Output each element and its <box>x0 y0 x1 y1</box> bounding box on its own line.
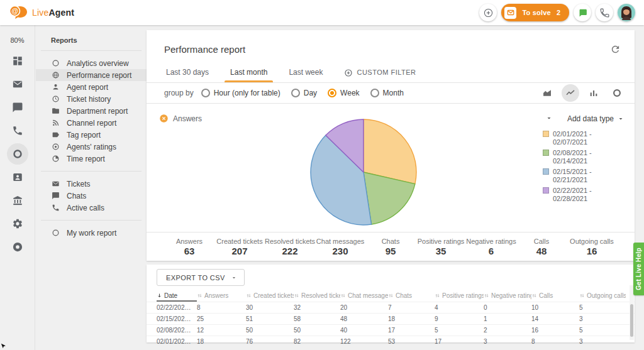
table-cell: 76 <box>246 338 294 345</box>
rail-item-calls[interactable] <box>0 119 35 142</box>
tab-custom-filter[interactable]: CUSTOM FILTER <box>333 63 426 82</box>
tab-last-week[interactable]: Last week <box>278 63 333 82</box>
sidebar-item-channel-report[interactable]: Channel report <box>36 117 147 129</box>
add-data-type-button[interactable]: Add data type <box>567 114 625 123</box>
rail-items <box>0 49 35 258</box>
rail-item-tickets[interactable] <box>0 72 35 96</box>
mouse-cursor <box>1 343 7 349</box>
sidebar-item-label: Time report <box>67 155 105 163</box>
remove-series-icon[interactable] <box>159 114 169 123</box>
sidebar-item-label: Channel report <box>67 119 116 128</box>
sidebar-item-my-work-report[interactable]: My work report <box>36 227 147 239</box>
calls-button[interactable] <box>596 4 613 21</box>
chart-area: Answers Add data type 02/01/2021 - 02/07… <box>147 104 635 234</box>
date-range-tabs: Last 30 daysLast monthLast weekCUSTOM FI… <box>147 63 635 83</box>
table-row: 02/15/2021 - 0...255158481891143 <box>147 313 635 324</box>
rail-item-dashboard[interactable] <box>0 49 35 72</box>
rail-item-settings[interactable] <box>0 212 35 235</box>
radio-hour-only-for-table-[interactable]: Hour (only for table) <box>201 89 280 97</box>
get-live-help-button[interactable]: Get Live Help <box>633 243 644 295</box>
table-cell: 3 <box>579 338 626 345</box>
chart-type-bar-chart-button[interactable] <box>585 84 602 102</box>
area-chart-icon <box>542 88 552 98</box>
rail-item-help[interactable] <box>0 235 35 258</box>
to-solve-button[interactable]: To solve 2 <box>501 4 569 21</box>
avatar[interactable] <box>618 4 635 21</box>
column-header-chat-messages[interactable]: Chat messages <box>340 290 388 302</box>
scrollbar-thumb[interactable] <box>630 304 633 337</box>
sidebar-item-label: Agents' ratings <box>67 143 116 151</box>
radio-button[interactable] <box>201 89 210 97</box>
radio-month[interactable]: Month <box>370 89 404 97</box>
table-cell: 9 <box>435 315 484 322</box>
rail-item-chats[interactable] <box>0 96 35 119</box>
stat-label: Resolved tickets <box>265 238 315 245</box>
arrow-down-icon <box>157 293 162 298</box>
liveagent-logo[interactable]: @ LiveAgent <box>9 5 74 20</box>
radio-button[interactable] <box>328 89 336 97</box>
sidebar-item-analytics-overview[interactable]: Analytics overview <box>36 57 147 69</box>
rail-item-billing[interactable] <box>0 189 35 212</box>
column-header-resolved-tickets[interactable]: Resolved tickets <box>294 290 340 302</box>
radio-day[interactable]: Day <box>291 89 317 97</box>
legend-swatch <box>543 150 549 156</box>
sidebar-item-ticket-history[interactable]: Ticket history <box>36 93 147 105</box>
sidebar-item-active-calls[interactable]: Active calls <box>36 202 147 214</box>
chats-button[interactable] <box>574 4 591 21</box>
sidebar-item-time-report[interactable]: Time report <box>36 153 147 165</box>
table-cell: 5 <box>435 327 484 334</box>
table-cell: 2 <box>484 327 531 334</box>
column-header-outgoing-calls[interactable]: Outgoing calls <box>579 290 626 302</box>
sidebar-item-label: Tag report <box>67 131 101 139</box>
column-label: Calls <box>539 292 553 299</box>
sidebar-item-tag-report[interactable]: Tag report <box>36 129 147 141</box>
stat-outgoing-calls: Outgoing calls16 <box>567 238 617 256</box>
sidebar-item-agents-ratings[interactable]: Agents' ratings <box>36 141 147 153</box>
sidebar-item-label: Tickets <box>67 180 91 189</box>
availability-percent: 80% <box>10 36 24 44</box>
table-cell: 20 <box>340 304 388 311</box>
tab-last-month[interactable]: Last month <box>219 63 278 82</box>
export-to-csv-button[interactable]: EXPORT TO CSV <box>157 269 245 286</box>
rail-item-reports[interactable] <box>0 142 35 165</box>
column-header-answers[interactable]: Answers <box>197 290 246 302</box>
stat-positive-ratings: Positive ratings35 <box>416 238 466 256</box>
add-button[interactable] <box>479 4 497 21</box>
column-header-created-tickets[interactable]: Created tickets <box>246 290 294 302</box>
radio-button[interactable] <box>370 89 379 97</box>
series-dropdown-icon[interactable] <box>545 114 553 122</box>
stat-value: 230 <box>315 246 365 256</box>
chart-type-area-chart-button[interactable] <box>538 84 556 102</box>
legend-swatch <box>543 168 549 175</box>
sidebar-item-chats[interactable]: Chats <box>36 190 147 202</box>
column-header-positive-ratings[interactable]: Positive ratings <box>435 290 484 302</box>
column-header-date[interactable]: Date <box>157 290 197 302</box>
sort-icon <box>294 293 299 298</box>
chart-type-line-chart-button[interactable] <box>562 84 579 102</box>
gear-icon <box>7 213 28 234</box>
sort-icon <box>388 293 394 298</box>
top-bar: @ LiveAgent To solve 2 <box>0 0 644 25</box>
legend-item: 02/15/2021 - 02/21/2021 <box>543 168 607 184</box>
tab-last-30-days[interactable]: Last 30 days <box>155 63 219 82</box>
envelope-icon <box>7 74 28 95</box>
sidebar-item-label: Performance report <box>67 71 131 80</box>
sidebar-divider <box>41 171 142 172</box>
legend-item: 02/08/2021 - 02/14/2021 <box>543 149 607 165</box>
sidebar-item-tickets[interactable]: Tickets <box>36 178 147 190</box>
sidebar-item-performance-report[interactable]: Performance report <box>36 69 147 81</box>
radio-week[interactable]: Week <box>328 89 359 97</box>
table-row: 02/08/2021 - 0...125050401752165 <box>147 324 635 336</box>
sidebar-item-department-report[interactable]: Department report <box>36 105 147 117</box>
refresh-icon[interactable] <box>610 44 621 55</box>
radio-button[interactable] <box>291 89 300 97</box>
rail-item-contacts[interactable] <box>0 165 35 189</box>
icon-rail: 80% <box>0 25 35 350</box>
chart-type-donut-chart-button[interactable] <box>608 84 626 102</box>
column-header-chats[interactable]: Chats <box>388 290 435 302</box>
export-label: EXPORT TO CSV <box>166 274 225 282</box>
column-label: Outgoing calls <box>587 292 626 299</box>
column-header-calls[interactable]: Calls <box>531 290 579 302</box>
sidebar-item-agent-report[interactable]: Agent report <box>36 81 147 93</box>
column-header-negative-ratings[interactable]: Negative ratings <box>484 290 531 302</box>
